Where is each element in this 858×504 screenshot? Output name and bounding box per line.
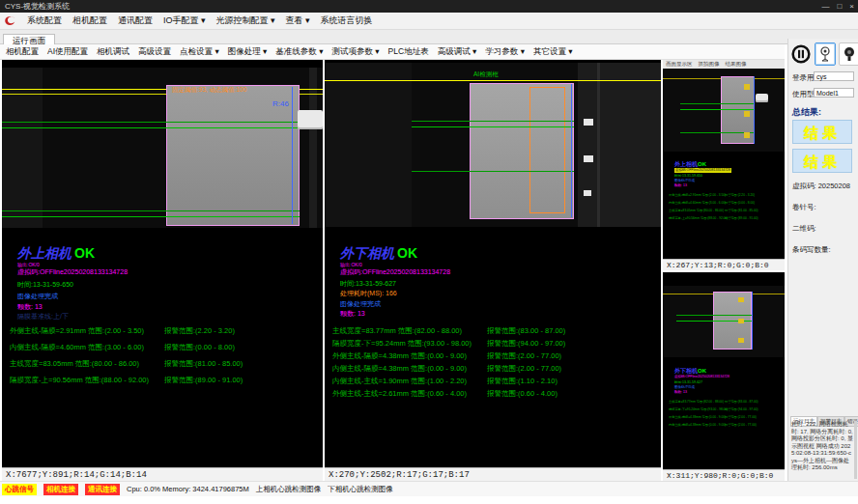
app-logo-icon	[3, 14, 16, 28]
small-header-result[interactable]: 结果图像	[726, 60, 747, 69]
maximize-button[interactable]: □	[837, 0, 842, 13]
small-header-display[interactable]: 画面显示区	[666, 60, 693, 69]
tool-camera-debug[interactable]: 相机调试	[97, 46, 129, 58]
mid-barcode-line: 虚拟码:OFFline20250208133134728	[340, 268, 450, 276]
login-user-field[interactable]: cys	[814, 71, 854, 81]
r-value-overlay: R:46	[272, 100, 289, 107]
mid-camera-image[interactable]: AI检测框	[325, 63, 661, 227]
alarm-range: 报警范围:(2.00 - 77.00)	[725, 423, 757, 427]
alarm-range: 报警范围:(2.00 - 77.00)	[487, 364, 561, 374]
menu-item-io-config[interactable]: IO手配置 ▾	[163, 14, 206, 27]
measure-text: 隔膜宽度-下=95.24mm 范围:(93.00 - 98.00)	[332, 339, 472, 348]
green-measure-line	[680, 103, 755, 104]
tool-camera-config[interactable]: 相机配置	[6, 46, 39, 58]
left-camera-ok: OK	[74, 245, 95, 261]
measure-row: 外侧主线-隔膜=2.91mm 范围:(2.00 - 3.50)报警范围:(2.2…	[10, 326, 319, 336]
bright-spot	[584, 119, 593, 126]
tool-plc-address[interactable]: PLC地址表	[388, 46, 429, 58]
yellow-marker	[744, 132, 750, 138]
bright-spot	[584, 190, 591, 196]
measure-text: 外侧主线-隔膜=4.38mm 范围:(0.00 - 9.00)	[332, 351, 467, 360]
tool-image-processing[interactable]: 图像处理 ▾	[228, 46, 268, 58]
small-bottom-camera-name: 外下相机	[674, 368, 698, 374]
mini-measure-row: 主线宽度=83.77mm 范围:(82.00 - 88.00)报警范围:(83.…	[669, 400, 724, 404]
alarm-range: 报警范围:(2.20 - 3.20)	[725, 193, 755, 197]
small-bottom-camera-view: 外下相机OK 虚拟码:OFFline20250208133134728 时间:1…	[663, 272, 785, 481]
tool-learning-params[interactable]: 学习参数 ▾	[485, 46, 525, 58]
mid-done-line: 图像处理完成	[340, 300, 381, 308]
green-measure-line	[2, 122, 300, 123]
tool-spot-check[interactable]: 点检设置 ▾	[180, 46, 219, 58]
mid-camera-view: AI检测框 外下相机OK 输出:OK/0 虚拟码:OFFline20250208…	[325, 60, 661, 481]
alarm-range: 报警范围:(2.00 - 77.00)	[487, 351, 561, 361]
mid-camera-ok: OK	[397, 245, 417, 261]
menu-item-light-config[interactable]: 光源控制配置 ▾	[216, 14, 275, 27]
small-top-count: 颗数: 13	[674, 183, 687, 188]
mini-measure-row: 外侧主线-隔膜=4.38mm 范围:(0.00 - 9.00)报警范围:(2.0…	[669, 415, 726, 419]
green-measure-line	[412, 171, 574, 172]
tool-other-settings[interactable]: 其它设置 ▾	[533, 46, 573, 58]
machine-band	[309, 68, 317, 228]
camera-view-button[interactable]	[839, 42, 858, 66]
lower-camera-heartbeat-link[interactable]: 下相机心跳检测图像	[328, 485, 393, 494]
small-top-ok: OK	[698, 161, 706, 167]
tool-test-params[interactable]: 测试项参数 ▾	[331, 46, 379, 58]
measure-row: 外侧主线-主线=2.61mm 范围:(0.60 - 4.00)报警范围:(0.6…	[332, 389, 642, 399]
small-top-barcode: 虚拟码:OFFline20250208133134728	[674, 168, 731, 173]
left-done-line: 图像处理完成	[17, 293, 58, 300]
qrcode-label: 二维码:	[792, 224, 816, 234]
small-top-image[interactable]	[663, 69, 785, 152]
pause-button[interactable]	[790, 42, 812, 66]
measure-text: 外侧主线-隔膜=2.91mm 范围:(2.00 - 3.50)	[10, 326, 144, 335]
small-bottom-barcode: 虚拟码:OFFline20250208133134728	[674, 375, 729, 379]
tool-baseline-params[interactable]: 基准线参数 ▾	[275, 46, 323, 58]
menu-item-view[interactable]: 查看 ▾	[286, 14, 310, 27]
left-barcode-line: 虚拟码:OFFline20250208133134728	[17, 268, 128, 276]
threshold-overlay-text: 固定阈值:93, 动态阈值:100	[172, 86, 246, 93]
alarm-range: 报警范围:(0.00 - 8.00)	[725, 201, 755, 205]
bright-spot	[584, 155, 593, 162]
small-top-time: 时间:13-31-59-650	[674, 174, 702, 179]
green-measure-line	[2, 210, 300, 211]
yellow-marker	[738, 297, 744, 302]
small-header-capture[interactable]: 抓拍图像	[699, 60, 720, 69]
tool-advanced-settings[interactable]: 高级设置	[138, 46, 171, 58]
menu-item-system-config[interactable]: 系统配置	[27, 14, 62, 27]
alarm-range: 报警范围:(1.10 - 2.10)	[487, 377, 558, 386]
menu-item-camera-config[interactable]: 相机配置	[72, 14, 107, 27]
heartbeat-status-badge: 心跳信号	[2, 484, 37, 495]
left-time-line: 时间:13-31-59-650	[17, 281, 73, 289]
minimize-button[interactable]: —	[821, 0, 829, 13]
machine-band	[325, 63, 412, 227]
left-cursor-coordinates: X:7677;Y:891;R:14;G:14;B:14	[2, 467, 323, 481]
log-scrollbar[interactable]	[854, 421, 857, 479]
tool-advanced-debug[interactable]: 高级调试 ▾	[438, 46, 477, 58]
upper-camera-heartbeat-link[interactable]: 上相机心跳检测图像	[256, 485, 322, 494]
model-field[interactable]: Model1	[814, 88, 854, 98]
pause-icon	[791, 44, 811, 64]
left-count-line: 颗数: 13	[17, 303, 43, 311]
measure-text: 内侧主线-隔膜=4.60mm 范围:(3.00 - 6.00)	[669, 201, 726, 205]
close-button[interactable]: ×	[849, 0, 854, 13]
panel-button-row	[790, 42, 858, 66]
green-measure-line	[412, 121, 574, 122]
mid-output-line: 输出:OK/0	[340, 261, 362, 268]
alarm-range: 报警范围:(94.00 - 97.00)	[725, 407, 758, 411]
left-camera-image[interactable]: 固定阈值:93, 动态阈值:100 R:46	[2, 68, 323, 228]
window-title: CYS-视觉检测系统	[0, 2, 70, 11]
measure-row: 隔膜宽度-上=90.56mm 范围:(88.00 - 92.00)报警范围:(8…	[10, 376, 319, 385]
toolbar: 相机配置 AI使用配置 相机调试 高级设置 点检设置 ▾ 图像处理 ▾ 基准线参…	[0, 44, 785, 60]
alarm-range: 报警范围:(81.00 - 85.00)	[725, 209, 758, 212]
small-bottom-image[interactable]	[663, 286, 785, 357]
mini-measure-row: 外侧主线-隔膜=2.91mm 范围:(2.00 - 3.50)报警范围:(2.2…	[669, 193, 726, 197]
menu-item-comm-config[interactable]: 通讯配置	[118, 14, 153, 27]
mid-count-line: 颗数: 13	[340, 310, 365, 318]
mid-cursor-coordinates: X:270;Y:2502;R:17;G:17;B:17	[325, 467, 661, 481]
small-top-done: 图像处理完成	[674, 179, 695, 183]
menu-item-language-switch[interactable]: 系统语言切换	[321, 14, 373, 27]
tool-ai-config[interactable]: AI使用配置	[47, 46, 88, 58]
camera-view-button-selected[interactable]	[815, 42, 836, 66]
mini-measure-row: 隔膜宽度-下=95.24mm 范围:(93.00 - 98.00)报警范围:(9…	[669, 407, 728, 411]
virtual-code-value: 虚拟码: 20250208	[792, 182, 850, 191]
green-measure-line	[2, 216, 300, 217]
